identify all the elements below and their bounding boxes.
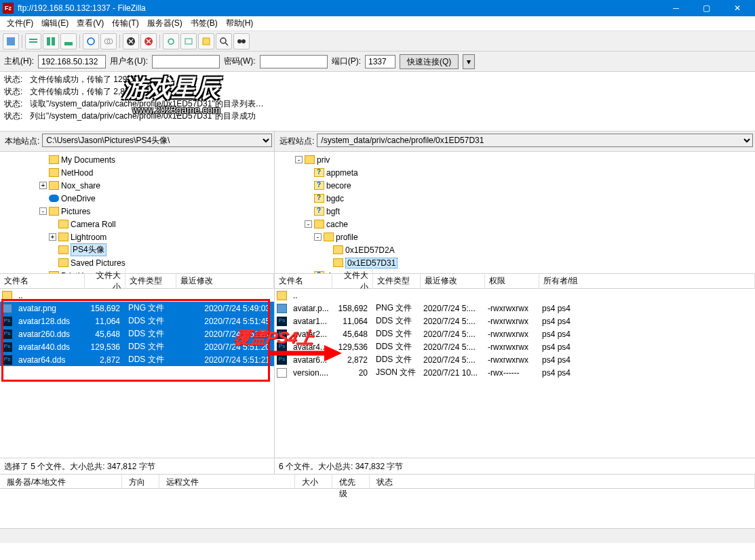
close-button[interactable]: ✕ [722,0,752,16]
col-type[interactable]: 文件类型 [373,273,421,289]
quickconnect-dropdown[interactable]: ▾ [463,54,475,69]
tree-node[interactable]: becore [276,179,754,192]
queue-col-size[interactable]: 大小 [295,475,332,488]
process-queue-icon[interactable] [180,33,197,49]
menu-server[interactable]: 服务器(S) [143,16,187,31]
search-icon[interactable] [216,33,232,49]
menu-bookmarks[interactable]: 书签(B) [187,16,222,31]
menu-transfer[interactable]: 传输(T) [108,16,142,31]
tree-node[interactable]: -Pictures [1,205,273,218]
menu-edit[interactable]: 编辑(E) [37,16,73,31]
col-name[interactable]: 文件名 [0,273,85,289]
list-item[interactable]: avatar.p... 158,692 PNG 文件 2020/7/24 5:.… [275,302,755,315]
menu-file[interactable]: 文件(F) [3,16,37,31]
svg-line-13 [225,43,228,45]
toggle-log-icon[interactable] [25,33,41,49]
disconnect-icon[interactable] [140,33,157,49]
list-item[interactable]: Ps avatar4... 129,536 DDS 文件 2020/7/24 5… [275,340,755,353]
tree-node[interactable]: -cache [276,218,754,231]
menu-help[interactable]: 帮助(H) [222,16,258,31]
list-item[interactable]: version.... 20 JSON 文件 2020/7/21 10... -… [275,366,755,379]
local-path-select[interactable]: C:\Users\Jason\Pictures\PS4头像\ [42,134,272,147]
tree-node[interactable]: bgft [276,205,754,218]
maximize-button[interactable]: ▢ [691,0,722,16]
local-pane: 本地站点: C:\Users\Jason\Pictures\PS4头像\ My … [0,132,275,474]
log-row: 状态:文件传输成功，传输了 2,872… [4,85,751,98]
refresh-icon[interactable] [163,33,179,49]
user-input[interactable] [152,55,220,68]
remote-tree[interactable]: -privappmetabecorebgdcbgft-cache-profile… [275,152,755,274]
local-tree[interactable]: My DocumentsNetHood+Nox_shareOneDrive-Pi… [0,152,274,274]
toggle-queue-icon[interactable] [60,33,77,49]
tree-toggle-icon[interactable]: - [295,156,303,163]
local-file-list[interactable]: .. avatar.png 158,692 PNG 文件 2020/7/24 5… [0,289,274,458]
svg-point-15 [241,39,246,43]
toggle-tree-icon[interactable] [43,33,59,49]
list-item[interactable]: Ps avatar6... 2,872 DDS 文件 2020/7/24 5:.… [275,353,755,366]
list-item[interactable]: Ps avatar64.dds 2,872 DDS 文件 2020/7/24 5… [0,353,274,366]
col-mod[interactable]: 最近修改 [421,273,485,289]
file-owner: ps4 ps4 [538,355,755,365]
list-item[interactable]: .. [0,289,274,302]
tree-node[interactable]: Saved Pictures [1,256,273,269]
host-input[interactable] [38,55,106,68]
tree-node[interactable]: -priv [276,153,754,166]
col-type[interactable]: 文件类型 [125,273,176,289]
file-icon [277,368,287,378]
tree-toggle-icon[interactable]: - [305,220,312,228]
list-item[interactable]: Ps avatar260.dds 45,648 DDS 文件 2020/7/24… [0,327,274,340]
svg-point-12 [220,38,226,43]
queue-col-server[interactable]: 服务器/本地文件 [0,475,122,488]
quickconnect-button[interactable]: 快速连接(Q) [400,54,459,69]
tree-node[interactable]: +Nox_share [1,179,273,192]
queue-col-priority[interactable]: 优先级 [332,475,370,488]
list-item[interactable]: Ps avatar128.dds 11,064 DDS 文件 2020/7/24… [0,315,274,327]
tree-toggle-icon[interactable]: - [314,233,322,241]
port-input[interactable] [365,55,395,68]
cancel-icon[interactable] [123,33,139,49]
list-item[interactable]: avatar.png 158,692 PNG 文件 2020/7/24 5:49… [0,302,274,315]
file-icon: Ps [2,329,12,339]
tree-node[interactable]: -profile [276,231,754,243]
col-name[interactable]: 文件名 [275,273,332,289]
tree-node[interactable]: OneDrive [1,192,273,205]
tree-node[interactable]: Camera Roll [1,218,273,231]
queue-col-direction[interactable]: 方向 [122,475,159,488]
tree-node[interactable]: My Documents [1,153,273,166]
tree-node[interactable]: bgdc [276,192,754,205]
col-owner[interactable]: 所有者/组 [539,273,755,289]
tree-toggle-icon[interactable]: + [49,233,56,241]
pass-input[interactable] [260,55,328,68]
queue-col-remote[interactable]: 远程文件 [159,475,295,488]
folder-icon [314,220,324,228]
menu-view[interactable]: 查看(V) [73,16,108,31]
remote-pane: 远程站点: /system_data/priv/cache/profile/0x… [275,132,755,474]
col-perm[interactable]: 权限 [485,273,539,289]
compare-icon[interactable] [100,33,117,49]
folder-icon [49,207,59,216]
tree-toggle-icon[interactable]: + [39,182,47,189]
tree-node[interactable]: +Lightroom [1,231,273,243]
list-item[interactable]: Ps avatar440.dds 129,536 DDS 文件 2020/7/2… [0,340,274,353]
sync-icon[interactable] [83,33,99,49]
filter-icon[interactable] [198,33,214,49]
list-item[interactable]: Ps avatar2... 45,648 DDS 文件 2020/7/24 5:… [275,327,755,340]
remote-file-list[interactable]: .. avatar.p... 158,692 PNG 文件 2020/7/24 … [275,289,755,458]
file-owner: ps4 ps4 [538,342,755,352]
queue-area[interactable] [0,489,755,528]
file-icon [2,304,12,313]
list-item[interactable]: .. [275,289,755,302]
tree-node[interactable]: NetHood [1,166,273,179]
tree-node[interactable]: PS4头像 [1,243,273,256]
tree-toggle-icon[interactable]: - [39,207,47,215]
tree-node[interactable]: appmeta [276,166,754,179]
tree-node[interactable]: 0x1ED57D2A [276,243,754,256]
binoculars-icon[interactable] [233,33,250,49]
remote-path-select[interactable]: /system_data/priv/cache/profile/0x1ED57D… [317,134,753,147]
queue-col-status[interactable]: 状态 [370,475,755,488]
sitemanager-icon[interactable] [3,33,19,49]
list-item[interactable]: Ps avatar1... 11,064 DDS 文件 2020/7/24 5:… [275,315,755,327]
col-mod[interactable]: 最近修改 [176,273,274,289]
minimize-button[interactable]: ─ [661,0,691,16]
file-owner: ps4 ps4 [538,368,755,378]
